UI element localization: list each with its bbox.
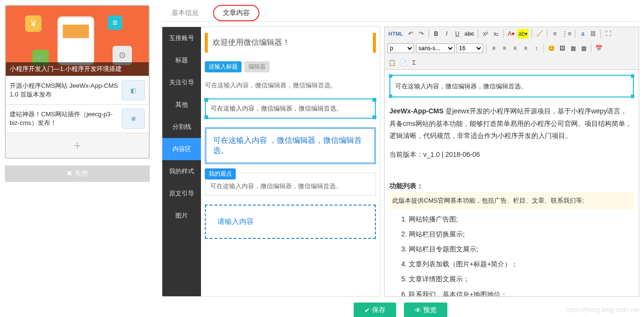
align-center-button[interactable]: ≡ <box>500 43 509 53</box>
tpl-tag-top-text: 可在这输入内容，微信编辑器，微信编辑首选。 <box>210 182 342 190</box>
save-label: 保存 <box>372 306 386 315</box>
cat-source[interactable]: 原文引导 <box>162 182 201 205</box>
content-box[interactable]: 可在这输入内容，微信编辑器，微信编辑首选。 <box>389 75 634 97</box>
list-item[interactable]: 开源小程序CMS网站 JeeWx-App-CMS 1.0 首版本发布 ◧ <box>6 76 149 104</box>
hero-caption: 小程序开发入门—1.小程序开发环境搭建 <box>6 62 149 76</box>
list-item-title: 建站神器！CMS网站插件（jeecg-p3-biz-cms）发布！ <box>10 110 118 127</box>
article-version: 当前版本：v_1.0 | 2018-06-06 <box>389 149 634 161</box>
redo-button[interactable]: ↷ <box>417 29 426 39</box>
cat-other[interactable]: 其他 <box>162 94 201 116</box>
emoji-button[interactable]: 😊 <box>547 43 556 53</box>
unlink-button[interactable]: ⛓ <box>589 29 598 39</box>
list-item[interactable]: 建站神器！CMS网站插件（jeecg-p3-biz-cms）发布！ ❋ <box>6 104 149 133</box>
chart-icon: ≡ <box>108 15 122 30</box>
preview-button[interactable]: 👁预览 <box>404 303 447 317</box>
fullscreen-button[interactable]: ⛶ <box>604 29 613 39</box>
tpl-welcome[interactable]: 欢迎使用微信编辑器！ <box>205 33 376 53</box>
feature-item: 网站轮播广告图; <box>409 213 634 225</box>
feature-item: 联系我们，基本信息+地图地位； <box>409 289 634 296</box>
thumb-icon: ❋ <box>122 109 145 129</box>
feature-item: 文章列表加载（图片+标题+简介）； <box>409 258 634 270</box>
list-item-title: 开源小程序CMS网站 JeeWx-App-CMS 1.0 首版本发布 <box>10 82 118 99</box>
undo-button[interactable]: ↶ <box>406 29 415 39</box>
copy-button[interactable]: 📋 <box>387 58 397 68</box>
tab-basic-info[interactable]: 基本信息 <box>162 5 208 21</box>
tpl-box-text: 可在这输入内容，微信编辑器，微信编辑首选。 <box>211 105 343 112</box>
cat-follow[interactable]: 关注引导 <box>162 71 201 94</box>
content-box-text: 可在这输入内容，微信编辑器，微信编辑首选。 <box>395 83 527 90</box>
cat-hutui[interactable]: 互推账号 <box>162 27 201 49</box>
left-preview-panel: ¥ ≡ 🛒 ⚙ 小程序开发入门—1.小程序开发环境搭建 开源小程序CMS网站 J… <box>5 5 150 317</box>
font-family-select[interactable]: sans-s... <box>416 43 455 53</box>
top-tag: 我的观点 <box>205 168 236 179</box>
style-picker: 互推账号 标题 关注引导 其他 分割线 内容区 我的样式 原文引导 图片 欢迎使… <box>162 27 380 297</box>
image-button[interactable]: 🖼 <box>558 43 567 53</box>
cat-content[interactable]: 内容区 <box>162 138 201 160</box>
tag-title: 这输入标题 <box>205 61 242 72</box>
ol-button[interactable]: ≡ <box>550 29 559 39</box>
article-card: ¥ ≡ 🛒 ⚙ 小程序开发入门—1.小程序开发环境搭建 开源小程序CMS网站 J… <box>5 5 150 159</box>
underline-button[interactable]: U <box>453 29 462 39</box>
tpl-tag-top-box[interactable]: 我的观点 可在这输入内容，微信编辑器，微信编辑首选。 <box>205 173 376 196</box>
hero-image[interactable]: ¥ ≡ 🛒 ⚙ 小程序开发入门—1.小程序开发环境搭建 <box>6 6 149 76</box>
preview-label: 预览 <box>423 306 437 315</box>
cat-mystyle[interactable]: 我的样式 <box>162 160 201 182</box>
font-color-button[interactable]: A▾ <box>507 29 515 39</box>
check-icon: ✔ <box>364 306 370 314</box>
formula-button[interactable]: Σ <box>410 58 418 68</box>
template-list: 欢迎使用微信编辑器！ 这输入标题 编辑器 可在这输入内容，微信编辑器，微信编辑首… <box>201 27 380 296</box>
tpl-corner-box[interactable]: 可在这输入内容，微信编辑器，微信编辑首选。 <box>205 98 376 119</box>
category-nav: 互推账号 标题 关注引导 其他 分割线 内容区 我的样式 原文引导 图片 <box>162 27 201 296</box>
yellow-notice: 此版本提供CMS官网基本功能，包括广告、栏目、文章、联系我们等; <box>389 192 634 209</box>
tpl-plain-text[interactable]: 可在这输入内容，微信编辑器，微信编辑首选。 <box>205 81 376 90</box>
feature-item: 网站栏目切换展示; <box>409 228 634 240</box>
align-right-button[interactable]: ≡ <box>511 43 519 53</box>
eye-icon: 👁 <box>415 306 421 314</box>
strike-button[interactable]: abc <box>464 29 475 39</box>
add-article-button[interactable]: + <box>6 133 149 158</box>
bg-color-button[interactable]: ab▾ <box>517 29 529 39</box>
close-icon: ✖ <box>67 169 72 177</box>
link-a-button[interactable]: a <box>578 29 587 39</box>
money-icon: ¥ <box>25 15 42 32</box>
editor-content[interactable]: 可在这输入内容，微信编辑器，微信编辑首选。 JeeWx-App-CMS 是jee… <box>385 70 639 296</box>
font-size-select[interactable]: 16 <box>457 43 483 53</box>
cat-image[interactable]: 图片 <box>162 205 201 227</box>
tab-article-content[interactable]: 文章内容 <box>213 5 259 21</box>
phone-graphic <box>59 18 93 64</box>
cat-title[interactable]: 标题 <box>162 49 201 71</box>
tpl-double-border[interactable]: 可在这输入内容 ，微信编辑器，微信编辑首选。 <box>205 127 376 164</box>
editor-toolbar: HTML ↶ ↷ B I U abc x² x₂ A▾ ab▾ 🧹 <box>385 27 639 70</box>
align-left-button[interactable]: ≡ <box>489 43 498 53</box>
tab-bar: 基本信息 文章内容 <box>162 5 639 22</box>
clear-format-button[interactable]: 🧹 <box>535 29 544 39</box>
features-title: 功能列表： <box>389 180 634 192</box>
bold-button[interactable]: B <box>432 29 441 39</box>
right-panel: 基本信息 文章内容 互推账号 标题 关注引导 其他 分割线 内容区 我的样式 原… <box>162 5 639 317</box>
ul-button[interactable]: ⋮≡ <box>561 29 572 39</box>
close-label: 关闭 <box>74 169 88 177</box>
table-button[interactable]: ▦ <box>579 43 588 53</box>
line-height-button[interactable]: ↕ <box>532 43 541 53</box>
cat-divider[interactable]: 分割线 <box>162 116 201 138</box>
feature-list: 网站轮播广告图; 网站栏目切换展示; 网站栏目专题图文展示; 文章列表加载（图片… <box>389 213 634 296</box>
superscript-button[interactable]: x² <box>481 29 490 39</box>
tpl-dashed-box[interactable]: 请输入内容 <box>205 205 376 239</box>
article-paragraph: JeeWx-App-CMS 是jeewx开发的小程序网站开源项目，基于小程序we… <box>389 105 634 142</box>
italic-button[interactable]: I <box>443 29 451 39</box>
subscript-button[interactable]: x₂ <box>492 29 501 39</box>
paste-button[interactable]: 📄 <box>399 58 408 68</box>
source-button[interactable]: HTML <box>387 29 404 39</box>
video-button[interactable]: ▦ <box>569 43 577 53</box>
close-button[interactable]: ✖ 关闭 <box>5 165 150 182</box>
align-justify-button[interactable]: ≡ <box>521 43 530 53</box>
tpl-tags[interactable]: 这输入标题 编辑器 <box>205 61 376 72</box>
feature-item: 文章详情图文展示； <box>409 273 634 285</box>
paragraph-select[interactable]: p <box>387 43 414 53</box>
feature-item: 网站栏目专题图文展示; <box>409 243 634 255</box>
save-button[interactable]: ✔保存 <box>354 303 396 317</box>
date-button[interactable]: 📅 <box>594 43 603 53</box>
tag-editor: 编辑器 <box>244 61 270 72</box>
rich-text-editor: HTML ↶ ↷ B I U abc x² x₂ A▾ ab▾ 🧹 <box>384 27 639 297</box>
thumb-icon: ◧ <box>122 80 145 100</box>
